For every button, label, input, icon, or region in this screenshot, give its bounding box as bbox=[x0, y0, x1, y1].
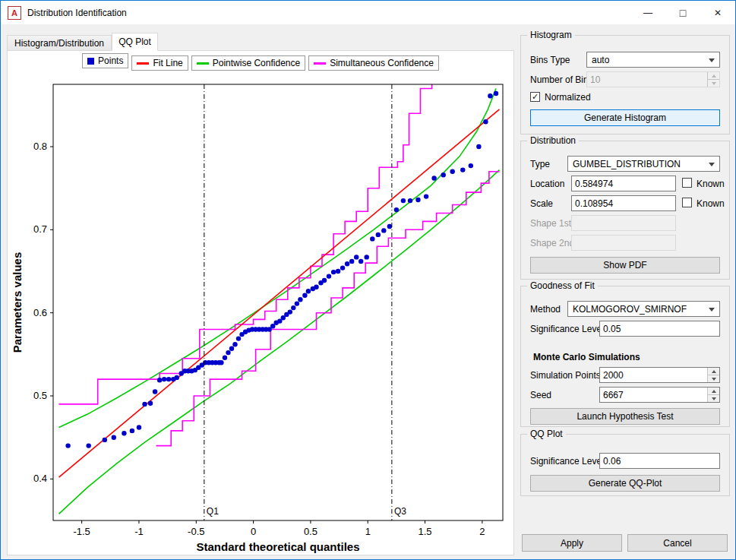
plot-frame bbox=[53, 84, 503, 520]
significance-level-label: Significance Level bbox=[530, 324, 604, 334]
seed-stepper[interactable] bbox=[599, 387, 720, 403]
tab-histogram-distribution[interactable]: Histogram/Distribution bbox=[7, 35, 112, 51]
apply-label: Apply bbox=[561, 538, 583, 549]
distribution-type-value: GUMBEL_DISTRIBUTION bbox=[573, 159, 681, 169]
app-icon: A bbox=[8, 6, 21, 20]
legend-line-marker bbox=[137, 62, 149, 65]
cancel-button[interactable]: Cancel bbox=[627, 534, 728, 552]
legend-line-marker bbox=[197, 62, 209, 65]
seed-input[interactable] bbox=[599, 387, 720, 403]
spin-down-icon bbox=[712, 82, 716, 85]
goodness-of-fit-group: Goodness of Fit Method KOLMOGOROV_SMIRNO… bbox=[520, 286, 730, 427]
svg-text:-0.5: -0.5 bbox=[188, 526, 204, 537]
scale-known-checkbox[interactable] bbox=[682, 198, 692, 207]
spin-buttons bbox=[707, 368, 719, 382]
x-axis-label: Standard theoretical quantiles bbox=[196, 540, 359, 553]
legend-item: Fit Line bbox=[131, 55, 188, 71]
legend-item: Simultaneous Confidence bbox=[308, 55, 439, 71]
svg-text:1.5: 1.5 bbox=[419, 526, 432, 537]
location-known-checkbox[interactable] bbox=[682, 178, 692, 188]
simulation-points-stepper[interactable] bbox=[599, 367, 720, 383]
titlebar: A Distribution Identification — □ ✕ bbox=[1, 1, 735, 24]
monte-carlo-title: Monte Carlo Simulations bbox=[533, 352, 640, 362]
generate-histogram-button[interactable]: Generate Histogram bbox=[530, 109, 720, 126]
method-dropdown[interactable]: KOLMOGOROV_SMIRNOF bbox=[567, 301, 720, 317]
histogram-group: Histogram Bins Type auto Number of Bins … bbox=[520, 35, 730, 134]
svg-text:0.7: 0.7 bbox=[33, 223, 47, 235]
legend-label: Pointwise Confidence bbox=[213, 58, 300, 68]
svg-text:1: 1 bbox=[365, 526, 371, 537]
scale-known-label: Known bbox=[697, 198, 725, 209]
svg-text:0.4: 0.4 bbox=[33, 473, 47, 484]
location-input[interactable] bbox=[571, 176, 676, 191]
close-button[interactable]: ✕ bbox=[700, 1, 735, 24]
significance-level-input[interactable] bbox=[599, 321, 720, 337]
shape-1st-label: Shape 1st bbox=[530, 218, 571, 229]
spin-up-button[interactable] bbox=[707, 368, 719, 375]
simulation-points-input[interactable] bbox=[599, 367, 720, 383]
tab-label: Histogram/Distribution bbox=[14, 38, 104, 49]
qq-plot-group-title: QQ Plot bbox=[527, 429, 566, 439]
legend-label: Simultaneous Confidence bbox=[330, 58, 434, 68]
generate-histogram-label: Generate Histogram bbox=[584, 112, 666, 123]
quartile-line-q1: Q1 bbox=[204, 84, 219, 520]
apply-button[interactable]: Apply bbox=[522, 534, 622, 552]
cancel-label: Cancel bbox=[663, 538, 691, 549]
show-pdf-button[interactable]: Show PDF bbox=[530, 257, 720, 274]
dropdown-arrow-icon bbox=[709, 308, 715, 312]
simultaneous-upper-line bbox=[59, 84, 432, 404]
close-icon: ✕ bbox=[714, 8, 722, 18]
shape-1st-input bbox=[571, 215, 676, 231]
svg-text:0.5: 0.5 bbox=[33, 390, 47, 401]
launch-hypothesis-test-label: Launch Hypothesis Test bbox=[576, 411, 673, 422]
qq-significance-level-label: Significance Level bbox=[530, 456, 604, 467]
normalized-label: Normalized bbox=[545, 92, 591, 103]
svg-text:0.6: 0.6 bbox=[33, 307, 47, 318]
window-title: Distribution Identification bbox=[27, 8, 127, 18]
bins-type-dropdown[interactable]: auto bbox=[586, 52, 720, 68]
scale-label: Scale bbox=[530, 198, 553, 209]
checkmark-icon: ✓ bbox=[532, 92, 539, 101]
spin-up-icon bbox=[712, 74, 716, 78]
generate-qq-plot-button[interactable]: Generate QQ-Plot bbox=[530, 475, 720, 492]
distribution-group-title: Distribution bbox=[527, 135, 579, 146]
svg-text:2: 2 bbox=[479, 526, 485, 537]
spin-buttons bbox=[707, 72, 719, 87]
method-value: KOLMOGOROV_SMIRNOF bbox=[573, 304, 687, 315]
legend-label: Fit Line bbox=[153, 58, 182, 68]
location-known-label: Known bbox=[697, 179, 725, 189]
scale-input[interactable] bbox=[571, 195, 676, 211]
svg-text:0.8: 0.8 bbox=[33, 141, 47, 152]
simulation-points-label: Simulation Points bbox=[530, 370, 601, 381]
chart-legend: PointsFit LinePointwise ConfidenceSimult… bbox=[8, 53, 513, 71]
quartile-line-q3: Q3 bbox=[392, 84, 406, 520]
qq-significance-level-input[interactable] bbox=[599, 453, 720, 469]
legend-item: Pointwise Confidence bbox=[191, 55, 305, 71]
dropdown-arrow-icon bbox=[709, 163, 715, 166]
legend-label: Points bbox=[98, 55, 123, 66]
distribution-type-dropdown[interactable]: GUMBEL_DISTRIBUTION bbox=[567, 156, 720, 172]
legend-item: Points bbox=[82, 53, 128, 68]
launch-hypothesis-test-button[interactable]: Launch Hypothesis Test bbox=[530, 408, 720, 425]
bins-type-label: Bins Type bbox=[530, 55, 570, 65]
spin-up-button[interactable] bbox=[707, 388, 719, 394]
qq-plot-group: QQ Plot Significance Level Generate QQ-P… bbox=[520, 434, 730, 496]
qq-plot-pane: PointsFit LinePointwise ConfidenceSimult… bbox=[7, 50, 514, 555]
spin-down-button[interactable] bbox=[707, 375, 719, 382]
dropdown-arrow-icon bbox=[709, 59, 715, 62]
distribution-group: Distribution Type GUMBEL_DISTRIBUTION Lo… bbox=[520, 141, 730, 280]
goodness-group-title: Goodness of Fit bbox=[527, 280, 598, 291]
tab-qq-plot[interactable]: QQ Plot bbox=[112, 33, 158, 51]
window-controls: — □ ✕ bbox=[630, 1, 735, 24]
fit-line-line bbox=[59, 109, 500, 477]
spin-down-icon bbox=[712, 378, 716, 381]
spin-down-button[interactable] bbox=[707, 394, 719, 402]
svg-text:Q3: Q3 bbox=[394, 506, 406, 517]
normalized-checkbox[interactable]: ✓ bbox=[530, 92, 540, 102]
legend-line-marker bbox=[314, 62, 326, 65]
qq-plot-svg: Q1Q3-1.5-1-0.500.511.520.40.50.60.70.8St… bbox=[9, 71, 510, 554]
minimize-button[interactable]: — bbox=[630, 1, 665, 24]
pointwise-upper-line bbox=[59, 89, 497, 428]
app-icon-letter: A bbox=[11, 8, 17, 17]
maximize-button[interactable]: □ bbox=[665, 1, 700, 24]
